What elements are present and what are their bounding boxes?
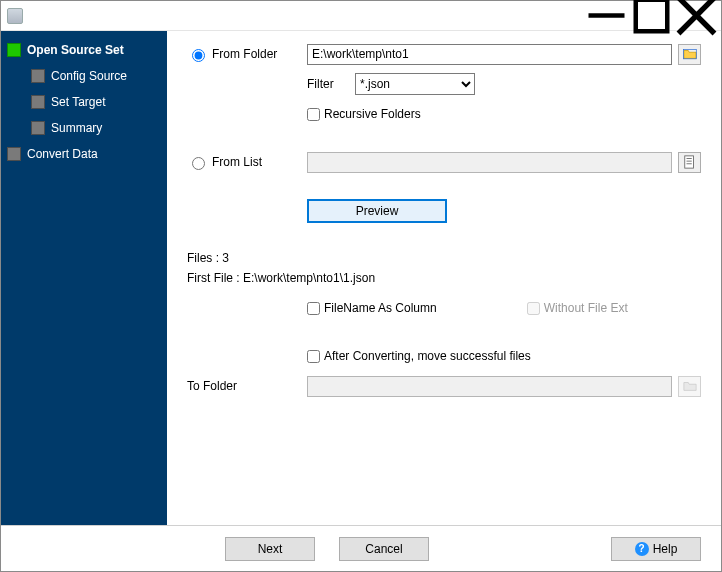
sidebar-item-label: Set Target xyxy=(51,95,105,109)
svg-rect-5 xyxy=(684,156,693,168)
main-panel: From Folder Filter xyxy=(167,31,721,525)
from-folder-input[interactable] xyxy=(307,44,672,65)
filter-combo[interactable]: *.json xyxy=(355,73,475,95)
recursive-label: Recursive Folders xyxy=(324,107,421,121)
sidebar-root-open-source-set[interactable]: Open Source Set xyxy=(1,37,167,63)
from-list-row: From List xyxy=(187,151,701,173)
sidebar: Open Source Set Config Source Set Target… xyxy=(1,31,167,525)
sidebar-item-summary[interactable]: Summary xyxy=(1,115,167,141)
sidebar-item-label: Summary xyxy=(51,121,102,135)
filter-row: Filter *.json xyxy=(187,73,701,95)
filename-column-checkbox[interactable] xyxy=(307,302,320,315)
sidebar-item-convert-data[interactable]: Convert Data xyxy=(1,141,167,167)
from-list-radio[interactable] xyxy=(192,157,205,170)
help-icon: ? xyxy=(635,542,649,556)
first-file-line: First File : E:\work\temp\nto1\1.json xyxy=(187,271,701,285)
help-button[interactable]: ? Help xyxy=(611,537,701,561)
step-active-icon xyxy=(7,43,21,57)
footer-bar: Next Cancel ? Help xyxy=(1,525,721,571)
folder-open-icon xyxy=(683,47,697,61)
window-buttons xyxy=(584,2,719,30)
step-icon xyxy=(31,95,45,109)
preview-button[interactable]: Preview xyxy=(307,199,447,223)
recursive-checkbox-wrap[interactable]: Recursive Folders xyxy=(307,107,421,121)
from-folder-radio[interactable] xyxy=(192,49,205,62)
sidebar-root-label: Open Source Set xyxy=(27,43,124,57)
filter-label: Filter xyxy=(307,77,349,91)
filename-column-checkbox-wrap[interactable]: FileName As Column xyxy=(307,301,437,315)
browse-to-folder-button[interactable] xyxy=(678,376,701,397)
after-converting-checkbox-wrap[interactable]: After Converting, move successful files xyxy=(307,349,531,363)
without-ext-checkbox-wrap: Without File Ext xyxy=(527,301,628,315)
app-window: Open Source Set Config Source Set Target… xyxy=(0,0,722,572)
sidebar-item-set-target[interactable]: Set Target xyxy=(1,89,167,115)
sidebar-item-label: Convert Data xyxy=(27,147,98,161)
title-bar xyxy=(1,1,721,31)
filename-column-row: FileName As Column Without File Ext xyxy=(187,297,701,319)
from-list-input[interactable] xyxy=(307,152,672,173)
file-list-icon xyxy=(683,155,697,169)
svg-rect-1 xyxy=(636,0,668,31)
preview-row: Preview xyxy=(187,199,701,223)
to-folder-label: To Folder xyxy=(187,379,237,393)
after-converting-row: After Converting, move successful files xyxy=(187,345,701,367)
to-folder-input[interactable] xyxy=(307,376,672,397)
from-folder-row: From Folder xyxy=(187,43,701,65)
recursive-row: Recursive Folders xyxy=(187,103,701,125)
recursive-checkbox[interactable] xyxy=(307,108,320,121)
browse-folder-button[interactable] xyxy=(678,44,701,65)
app-icon xyxy=(7,8,23,24)
sidebar-item-config-source[interactable]: Config Source xyxy=(1,63,167,89)
step-icon xyxy=(31,121,45,135)
close-button[interactable] xyxy=(674,2,719,30)
body-area: Open Source Set Config Source Set Target… xyxy=(1,31,721,525)
maximize-button[interactable] xyxy=(629,2,674,30)
help-label: Help xyxy=(653,542,678,556)
cancel-button[interactable]: Cancel xyxy=(339,537,429,561)
next-button[interactable]: Next xyxy=(225,537,315,561)
folder-icon xyxy=(683,379,697,393)
step-icon xyxy=(7,147,21,161)
sidebar-item-label: Config Source xyxy=(51,69,127,83)
from-folder-label: From Folder xyxy=(212,47,277,61)
files-count-line: Files : 3 xyxy=(187,251,701,265)
step-icon xyxy=(31,69,45,83)
minimize-button[interactable] xyxy=(584,2,629,30)
without-ext-label: Without File Ext xyxy=(544,301,628,315)
filename-column-label: FileName As Column xyxy=(324,301,437,315)
after-converting-label: After Converting, move successful files xyxy=(324,349,531,363)
to-folder-row: To Folder xyxy=(187,375,701,397)
browse-list-button[interactable] xyxy=(678,152,701,173)
after-converting-checkbox[interactable] xyxy=(307,350,320,363)
without-ext-checkbox xyxy=(527,302,540,315)
from-list-label: From List xyxy=(212,155,262,169)
